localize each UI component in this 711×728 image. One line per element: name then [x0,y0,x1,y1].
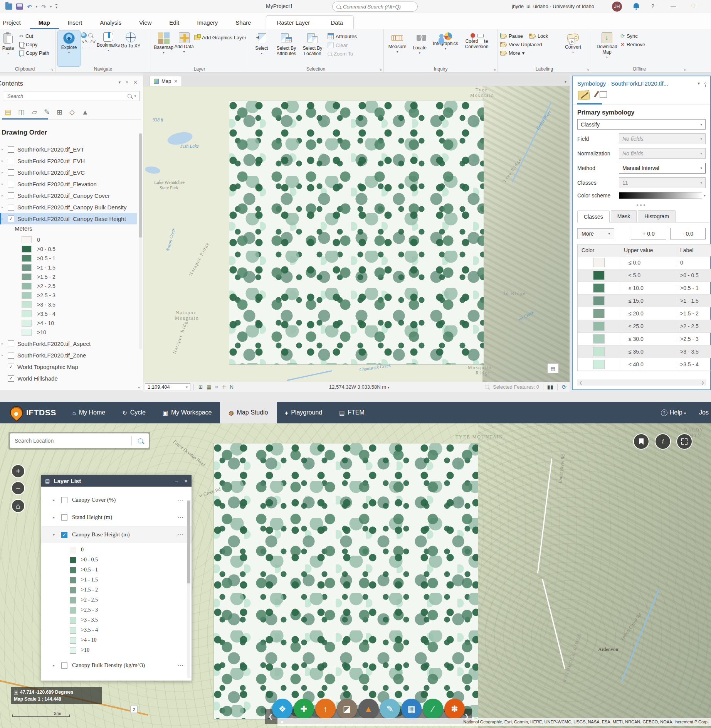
expander-icon[interactable]: ▸ [2,217,5,221]
expander-icon[interactable]: ▸ [53,498,57,502]
column-color[interactable]: Color [578,244,620,256]
class-color-cell[interactable] [578,309,620,318]
cut-button[interactable]: ✂Cut [19,33,49,39]
convert-labels-button[interactable]: Convert▾ [562,31,584,66]
undo-icon[interactable]: ↶ [27,4,32,10]
layer-checkbox[interactable] [8,158,14,164]
next-extent-icon[interactable]: → [87,45,91,49]
layer-options-icon[interactable]: ⋯ [177,662,184,669]
field-select[interactable]: No fields▾ [619,133,706,144]
media-icon[interactable]: ✽ [444,699,465,719]
clipboard-dialog-launcher[interactable]: ↘ [50,67,54,71]
inquiry-dialog-launcher[interactable]: ↘ [493,67,496,71]
class-color-cell[interactable] [578,334,620,344]
expander-icon[interactable]: ▸ [2,205,5,209]
panel-menu-icon[interactable]: ▾ [698,81,700,86]
layer-list-row[interactable]: ▸Canopy Cover (%)⋯ [41,491,192,509]
minimize-button[interactable]: — [671,3,676,9]
table-horizontal-scrollbar[interactable]: ❮❯ [577,379,706,386]
classes-select[interactable]: 11▾ [619,177,706,188]
expander-icon[interactable]: ▸ [2,170,5,174]
markup-icon[interactable]: ✎ [380,699,400,719]
layer-row[interactable]: ▸✓SouthForkLF2020.tif_Canopy Base Height [0,213,137,224]
measure-icon[interactable]: ∕ [423,699,443,719]
avatar[interactable]: JH [612,2,622,12]
more-button[interactable]: More▾ [577,228,614,239]
layer-checkbox[interactable]: ✓ [61,532,67,538]
add-graphics-layer-button[interactable]: Add Graphics Layer [194,35,246,40]
class-upper-value[interactable]: ≤ 15.0 [620,298,676,304]
remove-break-button[interactable]: - 0.0 [670,228,706,239]
class-break-row[interactable]: ≤ 20.0>1.5 - 2 [578,307,711,320]
redo-dropdown-icon[interactable]: ▾ [50,5,52,8]
class-label[interactable]: >3 - 3.5 [676,349,711,355]
layer-checkbox[interactable]: ✓ [8,364,14,370]
layer-checkbox[interactable] [61,514,67,521]
class-break-row[interactable]: ≤ 15.0>1 - 1.5 [578,295,711,307]
ribbon-tab-insert[interactable]: Insert [59,16,91,29]
layer-options-icon[interactable]: ⋯ [177,531,184,538]
list-by-labeling-icon[interactable]: ◇ [69,108,75,116]
class-label[interactable]: >0.5 - 1 [676,285,711,291]
class-color-swatch[interactable] [593,258,605,267]
maximize-button[interactable]: □ [692,2,695,8]
class-upper-value[interactable]: ≤ 0.0 [620,260,676,266]
layer-checkbox[interactable] [8,169,14,176]
list-by-perspective-icon[interactable]: ▲ [82,108,89,116]
layers-icon[interactable]: ❖ [272,699,292,719]
extent-button[interactable] [676,433,693,450]
panel-splitter[interactable]: ●●● [573,203,710,207]
command-search[interactable] [332,2,418,12]
pin-icon[interactable] [704,83,706,84]
pause-label-button[interactable]: ∥Pause [500,33,523,39]
nav-item-playground[interactable]: ♦Playground [277,402,331,423]
command-search-input[interactable] [343,4,413,10]
layer-list-row[interactable]: ▸Stand Height (m)⋯ [41,509,192,526]
class-break-row[interactable]: ≤ 25.0>2 - 2.5 [578,320,711,333]
layers-add-icon[interactable]: ✚ [294,699,314,719]
zoom-in-button[interactable]: + [11,464,25,478]
download-map-button[interactable]: Download Map▾ [593,31,620,66]
class-break-row[interactable]: ≤ 30.0>2.5 - 3 [578,333,711,345]
class-upper-value[interactable]: ≤ 35.0 [620,349,676,355]
snap-icon[interactable]: ✛ [222,384,226,390]
contents-search-input[interactable] [7,93,125,99]
layer-options-icon[interactable]: ⋯ [177,514,184,521]
list-by-selection-icon[interactable]: ▱ [32,108,37,116]
location-search[interactable] [8,432,150,450]
contents-search[interactable]: ▾ [4,91,140,101]
nav-item-map-studio[interactable]: ◍Map Studio [220,402,276,423]
normalization-select[interactable]: No fields▾ [619,148,706,159]
measure-button[interactable]: Measure▾ [386,31,408,66]
class-label[interactable]: >1.5 - 2 [676,310,711,317]
apps-icon[interactable]: ▦ [401,699,422,719]
layer-row[interactable]: ▸SouthForkLF2020.tif_EVC [0,167,137,178]
layer-checkbox[interactable] [8,146,14,153]
open-table-icon[interactable]: ▦ [207,384,211,390]
notifications-icon[interactable] [634,3,639,8]
labeling-dialog-launcher[interactable]: ↘ [586,67,589,71]
more-labeling-button[interactable]: ≡More ▾ [500,50,562,56]
class-color-swatch[interactable] [593,283,605,293]
sync-button[interactable]: ⟳Sync [620,33,645,39]
class-color-cell[interactable] [578,347,620,356]
layer-checkbox[interactable] [8,192,14,199]
go-to-xy-button[interactable]: Go To XY [119,31,142,66]
select-by-attributes-button[interactable]: Select By Attributes [273,31,300,66]
minimize-panel-button[interactable]: – [175,478,178,484]
nav-item-my-home[interactable]: ⌂My Home [64,402,114,423]
contextual-tab-data[interactable]: Data [320,16,353,29]
save-project-icon[interactable] [16,3,23,10]
ribbon-tab-view[interactable]: View [130,16,160,29]
sketch-icon[interactable]: ⌗ [215,384,218,390]
nav-item-cycle[interactable]: ↻Cycle [114,402,154,423]
selected-features-count[interactable]: Selected Features: 0 [493,384,539,390]
user-menu[interactable]: Jos [699,409,709,416]
class-color-cell[interactable] [578,296,620,305]
redo-icon[interactable]: ↷ [41,4,46,10]
coordinate-conversion-button[interactable]: Coordinate Conversion [460,31,493,66]
offline-dialog-launcher[interactable]: ↘ [683,67,686,71]
layer-list-scrollbar-thumb[interactable] [187,501,190,583]
copy-path-button[interactable]: Copy Path [19,50,49,56]
layer-row[interactable]: ▸SouthForkLF2020.tif_Aspect [0,338,137,349]
